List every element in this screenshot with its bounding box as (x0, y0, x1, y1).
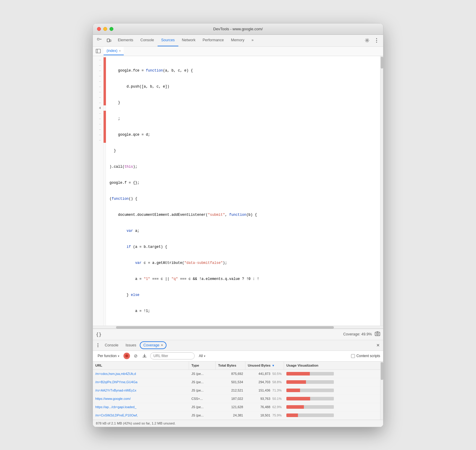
tab-coverage[interactable]: Coverage × (140, 341, 166, 349)
main-tab-list: Elements Console Sources Network Perform… (114, 35, 257, 46)
panel-close-icon[interactable]: ✕ (375, 342, 381, 348)
bottom-toolbar: {} Coverage: 49.9% (93, 329, 383, 340)
tab-performance[interactable]: Performance (199, 35, 228, 46)
row-unused-bytes: 76,488 (260, 405, 270, 409)
all-chevron-icon: ▾ (204, 354, 205, 358)
sidebar-toggle-icon[interactable] (95, 47, 102, 55)
row-unused-bytes: 93,763 (260, 397, 270, 400)
url-filter-input[interactable] (150, 352, 195, 359)
viz-bar (286, 413, 334, 417)
clear-icon[interactable]: ⊘ (132, 353, 139, 359)
close-button[interactable] (97, 27, 101, 31)
viz-bar (286, 389, 334, 392)
row-total-bytes: 121,628 (231, 405, 243, 409)
row-unused-pct: 58.8% (272, 380, 282, 384)
viz-bar-used (286, 405, 304, 409)
horizontal-scrollbar[interactable] (93, 326, 383, 329)
row-total-bytes: 875,692 (231, 372, 243, 375)
sort-arrow-icon: ▼ (272, 364, 275, 367)
table-row[interactable]: /m=CnSW2d,DPreE,P10Owf, JS (pe... 24,381… (93, 411, 380, 420)
table-row[interactable]: /m=B2qIPe,DhPYme,GU4Ga JS (pe... 501,534… (93, 378, 380, 386)
file-tab-index[interactable]: (index) × (104, 47, 124, 55)
th-unused-bytes[interactable]: Unused Bytes ▼ (245, 362, 284, 370)
svg-rect-0 (97, 38, 99, 40)
coverage-column (104, 56, 106, 326)
svg-rect-3 (110, 40, 111, 42)
device-toggle-icon[interactable] (105, 36, 113, 45)
code-scrollbar-thumb[interactable] (381, 57, 383, 69)
row-unused-bytes: 151,436 (258, 389, 270, 392)
tab-issues[interactable]: Issues (122, 340, 140, 351)
viz-bar (286, 380, 334, 384)
code-area: – – – – – – – – – 4 – – – – – – (93, 56, 383, 329)
minimize-button[interactable] (103, 27, 107, 31)
line-numbers: – – – – – – – – – 4 – – – – – – (93, 56, 104, 326)
file-tab-label: (index) (107, 49, 118, 53)
svg-rect-10 (375, 332, 380, 336)
row-url: /m=cdos,hsm,jsa,mb4ZUb,d (95, 372, 136, 375)
all-filter-dropdown[interactable]: All ▾ (197, 353, 207, 359)
svg-point-13 (98, 345, 99, 346)
viz-bar (286, 397, 334, 400)
inspect-icon[interactable] (95, 36, 104, 45)
viz-bar-used (286, 380, 306, 384)
row-type: JS (pe... (191, 405, 204, 409)
coverage-toolbar: Per function ▾ ⊘ All ▾ (93, 351, 383, 362)
table-scrollbar-thumb[interactable] (381, 362, 383, 380)
bottom-panel: {} Coverage: 49.9% (93, 329, 383, 427)
per-function-dropdown[interactable]: Per function ▾ (96, 353, 121, 359)
svg-point-11 (377, 333, 378, 335)
status-bar: 878 kB of 2.1 MB (42%) used so far, 1.2 … (93, 420, 383, 427)
tab-console[interactable]: Console (137, 35, 158, 46)
row-type: JS (pe... (191, 380, 204, 384)
status-text: 878 kB of 2.1 MB (42%) used so far, 1.2 … (96, 422, 175, 425)
svg-point-6 (376, 40, 377, 41)
viz-bar-used (286, 397, 310, 400)
tab-network[interactable]: Network (178, 35, 199, 46)
table-scrollbar[interactable] (380, 362, 383, 420)
more-options-icon[interactable] (372, 36, 381, 45)
table-header: URL Type Total Bytes Unused Bytes ▼ (93, 362, 380, 370)
console-menu-icon[interactable] (95, 342, 101, 348)
table-row[interactable]: https://www.google.com/ CSS+... 187,022 … (93, 395, 380, 403)
window-title: DevTools - www.google.com/ (213, 27, 263, 31)
code-container[interactable]: – – – – – – – – – 4 – – – – – – (93, 56, 383, 326)
tab-console-bottom[interactable]: Console (101, 340, 122, 351)
content-scripts-checkbox[interactable]: Content scripts (351, 354, 380, 358)
viz-bar (286, 372, 334, 375)
viz-bar-used (286, 372, 310, 375)
row-unused-pct: 62.9% (272, 405, 282, 409)
tab-memory[interactable]: Memory (227, 35, 248, 46)
code-scrollbar[interactable] (380, 56, 383, 326)
svg-point-4 (366, 40, 368, 41)
h-scrollbar-thumb[interactable] (116, 326, 334, 329)
tab-sources[interactable]: Sources (158, 35, 178, 46)
coverage-tab-close[interactable]: × (161, 343, 163, 347)
row-url: /m=CnSW2d,DPreE,P10Owf, (95, 413, 138, 417)
table-row[interactable]: /rs=AA2YrTvBynad-nWEy1x JS (pe... 212,52… (93, 386, 380, 395)
devtools-body: Elements Console Sources Network Perform… (93, 35, 383, 427)
table-row[interactable]: /m=cdos,hsm,jsa,mb4ZUb,d JS (pe... 875,6… (93, 370, 380, 378)
viz-bar-used (286, 389, 300, 392)
table-rows-container: /m=cdos,hsm,jsa,mb4ZUb,d JS (pe... 875,6… (93, 370, 380, 420)
download-icon[interactable] (141, 353, 148, 359)
settings-icon[interactable] (363, 36, 371, 45)
table-row[interactable]: https://ap.../cb=gapi.loaded_ JS (pe... … (93, 403, 380, 411)
row-url: /rs=AA2YrTvBynad-nWEy1x (95, 389, 136, 392)
tab-more[interactable]: » (248, 35, 257, 46)
svg-rect-8 (96, 49, 101, 53)
screenshot-icon[interactable] (375, 331, 380, 337)
maximize-button[interactable] (110, 27, 113, 31)
devtools-window: DevTools - www.google.com/ Elements (93, 23, 383, 427)
tab-elements[interactable]: Elements (114, 35, 137, 46)
checkbox-icon[interactable] (351, 354, 355, 358)
row-unused-bytes: 294,703 (258, 380, 270, 384)
row-url: https://ap.../cb=gapi.loaded_ (95, 405, 137, 409)
record-button[interactable] (123, 353, 130, 359)
format-icon[interactable]: {} (96, 332, 101, 337)
svg-point-5 (376, 38, 377, 39)
row-unused-pct: 75.9% (272, 413, 282, 417)
file-tab-close[interactable]: × (119, 49, 121, 53)
viz-bar-used (286, 413, 298, 417)
row-type: CSS+... (191, 397, 203, 400)
